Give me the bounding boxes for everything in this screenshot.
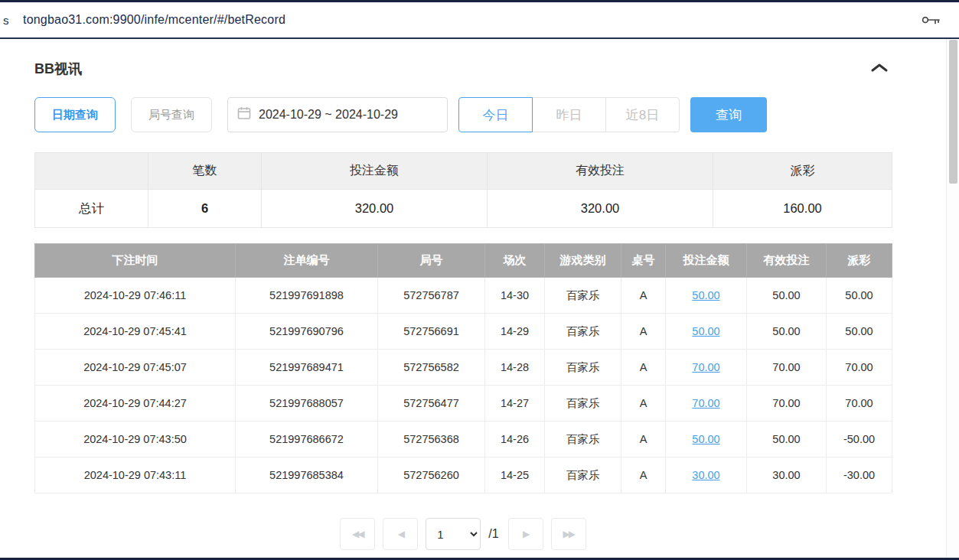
pagination: ◀◀ ◀ 1 /1 ▶ ▶▶ [34, 518, 892, 550]
favicon-fragment: s [3, 14, 14, 27]
valid-bet-cell: 70.00 [747, 386, 827, 422]
round-query-tab[interactable]: 局号查询 [131, 97, 212, 132]
round-number-cell: 572756582 [378, 350, 485, 386]
bet-amount-cell: 70.00 [666, 386, 747, 422]
table-header-row: 下注时间 注单编号 局号 场次 游戏类别 桌号 投注金额 有效投注 派彩 [35, 244, 892, 278]
round-number-cell: 572756368 [378, 422, 485, 457]
summary-header-payout: 派彩 [713, 153, 892, 190]
round-number-cell: 572756691 [378, 314, 485, 350]
browser-address-bar: s tongbao31.com:9900/infe/mcenter/#/betR… [0, 0, 959, 39]
session-cell: 14-25 [485, 457, 545, 493]
summary-header-empty [35, 153, 148, 190]
game-type-cell: 百家乐 [545, 314, 621, 350]
valid-bet-cell: 50.00 [747, 422, 827, 457]
date-range-value: 2024-10-29 ~ 2024-10-29 [259, 108, 398, 122]
prev-page-button[interactable]: ◀ [383, 518, 418, 550]
today-button[interactable]: 今日 [458, 97, 533, 132]
next-page-button[interactable]: ▶ [508, 518, 543, 550]
date-range-picker[interactable]: 2024-10-29 ~ 2024-10-29 [227, 97, 448, 132]
first-page-button[interactable]: ◀◀ [340, 518, 375, 550]
table-row: 2024-10-29 07:45:07521997689471572756582… [35, 350, 892, 386]
session-cell: 14-30 [485, 278, 545, 314]
date-query-tab[interactable]: 日期查询 [34, 97, 116, 132]
scrollbar-thumb[interactable] [949, 40, 957, 184]
url-text[interactable]: tongbao31.com:9900/infe/mcenter/#/betRec… [23, 13, 921, 27]
quick-date-group: 今日 昨日 近8日 [458, 97, 680, 132]
key-icon[interactable] [921, 15, 941, 25]
valid-bet-cell: 30.00 [747, 457, 827, 493]
header-payout: 派彩 [827, 244, 892, 278]
header-round-number: 局号 [378, 244, 485, 278]
order-number-cell: 521997685384 [236, 457, 378, 493]
summary-header-bet-amount: 投注金额 [262, 153, 488, 190]
search-button[interactable]: 查询 [690, 97, 767, 132]
payout-cell: 70.00 [827, 386, 892, 422]
payout-cell: 50.00 [827, 278, 892, 314]
bet-amount-link[interactable]: 70.00 [692, 361, 719, 373]
bet-amount-cell: 70.00 [666, 350, 747, 386]
payout-cell: -30.00 [827, 457, 892, 493]
page-select[interactable]: 1 [426, 518, 481, 550]
summary-count-value: 6 [148, 190, 262, 228]
last-8-days-button[interactable]: 近8日 [605, 97, 680, 132]
header-order-number: 注单编号 [236, 244, 378, 278]
last-page-button[interactable]: ▶▶ [551, 518, 586, 550]
bet-time-cell: 2024-10-29 07:44:27 [35, 386, 236, 422]
bet-amount-cell: 30.00 [666, 457, 747, 493]
bet-amount-cell: 50.00 [666, 278, 747, 314]
bet-amount-link[interactable]: 30.00 [692, 469, 719, 481]
filter-row: 日期查询 局号查询 2024-10-29 ~ 2024-10-29 今日 昨日 … [34, 97, 892, 132]
bet-table-body: 2024-10-29 07:46:11521997691898572756787… [35, 278, 892, 493]
order-number-cell: 521997688057 [236, 386, 378, 422]
bet-time-cell: 2024-10-29 07:43:11 [35, 457, 236, 493]
page-total: /1 [488, 527, 498, 541]
header-table-number: 桌号 [621, 244, 666, 278]
table-number-cell: A [621, 278, 666, 314]
bet-time-cell: 2024-10-29 07:46:11 [35, 278, 236, 314]
collapse-chevron-up-icon[interactable] [867, 59, 892, 79]
round-number-cell: 572756477 [378, 386, 485, 422]
table-number-cell: A [621, 386, 666, 422]
summary-valid-bet-value: 320.00 [488, 190, 713, 228]
table-number-cell: A [621, 350, 666, 386]
summary-table: 笔数 投注金额 有效投注 派彩 总计 6 320.00 320.00 160.0… [34, 152, 892, 228]
game-type-cell: 百家乐 [545, 457, 621, 493]
table-row: 2024-10-29 07:43:50521997686672572756368… [35, 422, 892, 457]
summary-bet-amount-value: 320.00 [262, 190, 488, 228]
scrollbar-track[interactable] [946, 39, 959, 558]
session-cell: 14-27 [485, 386, 545, 422]
header-valid-bet: 有效投注 [747, 244, 827, 278]
bet-amount-link[interactable]: 50.00 [692, 325, 719, 337]
bet-time-cell: 2024-10-29 07:43:50 [35, 422, 236, 457]
header-bet-time: 下注时间 [35, 244, 236, 278]
panel-title: BB视讯 [34, 60, 82, 78]
round-number-cell: 572756787 [378, 278, 485, 314]
order-number-cell: 521997691898 [236, 278, 378, 314]
header-session: 场次 [485, 244, 545, 278]
table-row: 2024-10-29 07:45:41521997690796572756691… [35, 314, 892, 350]
payout-cell: 50.00 [827, 314, 892, 350]
bet-record-page: BB视讯 日期查询 局号查询 2024-10-29 ~ 2024-10-29 今… [0, 39, 892, 550]
bet-amount-link[interactable]: 50.00 [692, 289, 719, 301]
bet-amount-link[interactable]: 50.00 [692, 433, 719, 445]
valid-bet-cell: 50.00 [747, 278, 827, 314]
header-bet-amount: 投注金额 [666, 244, 747, 278]
table-number-cell: A [621, 422, 666, 457]
bet-record-table: 下注时间 注单编号 局号 场次 游戏类别 桌号 投注金额 有效投注 派彩 202… [34, 243, 892, 493]
session-cell: 14-28 [485, 350, 545, 386]
game-type-cell: 百家乐 [545, 422, 621, 457]
round-number-cell: 572756260 [378, 457, 485, 493]
session-cell: 14-26 [485, 422, 545, 457]
valid-bet-cell: 70.00 [747, 350, 827, 386]
order-number-cell: 521997689471 [236, 350, 378, 386]
game-type-cell: 百家乐 [545, 278, 621, 314]
session-cell: 14-29 [485, 314, 545, 350]
table-number-cell: A [621, 314, 666, 350]
game-type-cell: 百家乐 [545, 386, 621, 422]
order-number-cell: 521997690796 [236, 314, 378, 350]
bet-amount-link[interactable]: 70.00 [692, 397, 719, 409]
valid-bet-cell: 50.00 [747, 314, 827, 350]
bet-amount-cell: 50.00 [666, 314, 747, 350]
yesterday-button[interactable]: 昨日 [532, 97, 606, 132]
summary-payout-value: 160.00 [713, 190, 892, 228]
